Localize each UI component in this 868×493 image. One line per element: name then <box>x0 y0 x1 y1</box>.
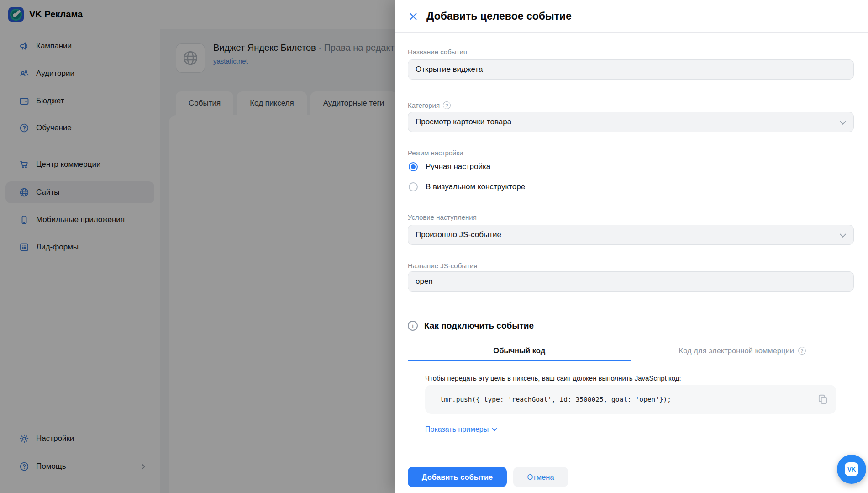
condition-label: Условие наступления <box>408 213 854 221</box>
radio-label: Ручная настройка <box>426 162 490 171</box>
radio-off-icon <box>409 182 418 191</box>
code-snippet: _tmr.push({ type: 'reachGoal', id: 35080… <box>436 396 671 403</box>
add-event-button[interactable]: Добавить событие <box>408 467 507 487</box>
info-icon: i <box>408 321 418 331</box>
tab-label: Код для электронной коммерции <box>679 346 794 355</box>
vk-logo-icon: VK <box>845 462 858 476</box>
help-icon[interactable]: ? <box>798 347 806 355</box>
cancel-button[interactable]: Отмена <box>513 467 568 487</box>
condition-value: Произошло JS-событие <box>416 230 501 239</box>
support-chat-button[interactable]: VK <box>837 455 866 484</box>
radio-label: В визуальном конструкторе <box>426 182 525 191</box>
how-to-title: Как подключить событие <box>424 321 534 331</box>
show-examples-label: Показать примеры <box>425 425 489 434</box>
tab-ecommerce-code[interactable]: Код для электронной коммерции ? <box>631 346 854 361</box>
radio-manual-setup[interactable]: Ручная настройка <box>408 161 854 172</box>
code-snippet-box: _tmr.push({ type: 'reachGoal', id: 35080… <box>425 385 836 414</box>
code-tabs: Обычный код Код для электронной коммерци… <box>408 346 854 361</box>
category-label: Категория ? <box>408 101 854 109</box>
chevron-down-icon <box>840 231 846 238</box>
category-select[interactable]: Просмотр карточки товара <box>408 112 854 132</box>
app-frame: VK Реклама Кампании Аудитории Бюджет Об <box>0 0 868 493</box>
code-description: Чтобы передать эту цель в пиксель, ваш с… <box>425 374 854 382</box>
js-event-input[interactable] <box>408 271 854 292</box>
panel-footer: Добавить событие Отмена <box>395 461 868 493</box>
chevron-down-icon <box>840 118 846 125</box>
show-examples-link[interactable]: Показать примеры <box>425 425 496 434</box>
tab-regular-code[interactable]: Обычный код <box>408 346 631 361</box>
panel-header: Добавить целевое событие <box>395 0 868 33</box>
radio-visual-builder[interactable]: В визуальном конструкторе <box>408 181 854 192</box>
how-to-section-header: i Как подключить событие <box>408 321 854 331</box>
chevron-down-icon <box>492 426 497 431</box>
panel-body: Название события Категория ? Просмотр ка… <box>395 33 868 461</box>
add-event-panel: Добавить целевое событие Название событи… <box>395 0 868 493</box>
tab-label: Обычный код <box>493 346 545 355</box>
copy-icon[interactable] <box>817 393 829 405</box>
condition-select[interactable]: Произошло JS-событие <box>408 225 854 245</box>
event-name-input[interactable] <box>408 59 854 80</box>
vk-logo-text: VK <box>847 466 856 473</box>
close-icon[interactable] <box>407 11 419 22</box>
event-name-label: Название события <box>408 48 854 56</box>
mode-label: Режим настройки <box>408 149 854 157</box>
help-icon[interactable]: ? <box>443 101 451 109</box>
panel-title: Добавить целевое событие <box>426 10 572 22</box>
js-event-label: Название JS-события <box>408 262 854 270</box>
radio-on-icon <box>409 162 418 171</box>
category-value: Просмотр карточки товара <box>416 117 511 127</box>
